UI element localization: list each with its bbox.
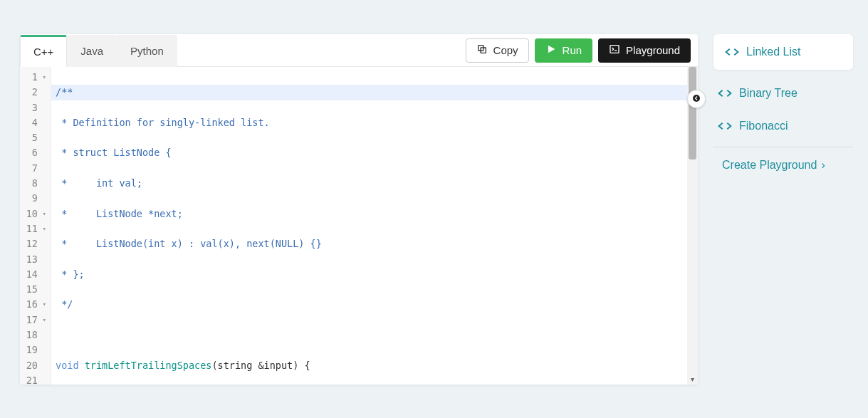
- sidebar: Linked List Binary Tree Fibonacci Create…: [713, 34, 853, 179]
- code-icon: [718, 121, 732, 131]
- line-number-gutter: 1▾ 2 3 4 5 6 7 8 9 10▾ 11▾ 12 13 14 15 1…: [20, 67, 51, 385]
- sidebar-item-fibonacci[interactable]: Fibonacci: [713, 110, 853, 142]
- sidebar-item-linked-list[interactable]: Linked List: [713, 37, 853, 67]
- editor-toolbar: C++ Java Python Copy Run: [20, 34, 698, 67]
- tab-python[interactable]: Python: [117, 35, 177, 67]
- tab-java[interactable]: Java: [67, 35, 117, 67]
- chevron-left-icon: [692, 93, 701, 105]
- playground-button[interactable]: Playground: [598, 38, 691, 63]
- create-playground-label: Create Playground: [722, 159, 817, 172]
- editor-panel: C++ Java Python Copy Run: [20, 34, 698, 385]
- copy-label: Copy: [493, 44, 518, 56]
- sidebar-card-active: Linked List: [713, 34, 853, 70]
- scroll-down-icon[interactable]: ▾: [687, 373, 698, 385]
- play-icon: [545, 43, 557, 57]
- code-icon: [718, 88, 732, 98]
- tab-cpp[interactable]: C++: [20, 35, 67, 67]
- copy-icon: [476, 43, 488, 57]
- code-icon: [725, 47, 739, 57]
- sidebar-item-label: Binary Tree: [739, 87, 798, 100]
- run-button[interactable]: Run: [535, 38, 593, 63]
- svg-point-3: [693, 95, 700, 102]
- sidebar-item-binary-tree[interactable]: Binary Tree: [713, 77, 853, 110]
- copy-button[interactable]: Copy: [466, 38, 529, 63]
- sidebar-list: Binary Tree Fibonacci Create Playground …: [713, 77, 853, 179]
- scroll-thumb[interactable]: [689, 67, 696, 160]
- language-tabs: C++ Java Python: [20, 35, 177, 67]
- code-editor[interactable]: 1▾ 2 3 4 5 6 7 8 9 10▾ 11▾ 12 13 14 15 1…: [20, 67, 698, 385]
- chevron-right-icon: ›: [821, 159, 825, 172]
- sidebar-item-label: Linked List: [746, 46, 801, 58]
- terminal-icon: [609, 43, 620, 57]
- create-playground-link[interactable]: Create Playground ›: [713, 147, 853, 179]
- svg-rect-2: [610, 46, 619, 53]
- code-content[interactable]: /** * Definition for singly-linked list.…: [51, 67, 698, 385]
- sidebar-item-label: Fibonacci: [739, 120, 788, 132]
- collapse-panel-button[interactable]: [687, 90, 706, 108]
- run-label: Run: [563, 44, 582, 56]
- vertical-scrollbar[interactable]: ▾: [687, 67, 698, 385]
- playground-label: Playground: [626, 44, 680, 56]
